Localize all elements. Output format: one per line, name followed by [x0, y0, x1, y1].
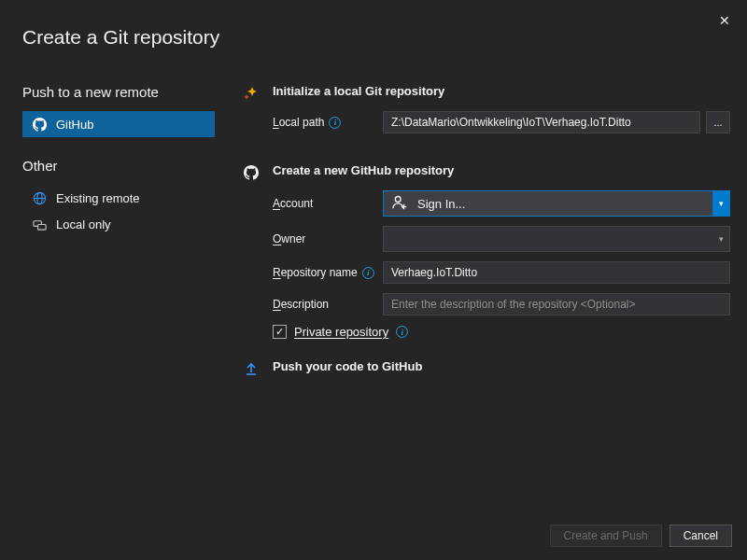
svg-rect-4: [37, 224, 45, 230]
browse-button[interactable]: ...: [706, 111, 730, 133]
section-push: Push your code to GitHub: [243, 359, 730, 386]
signin-label: Sign In...: [417, 197, 465, 211]
info-icon[interactable]: i: [329, 117, 341, 129]
create-and-push-button: Create and Push: [550, 525, 662, 547]
section-title-initialize: Initialize a local Git repository: [273, 84, 730, 98]
sidebar-item-github[interactable]: GitHub: [22, 111, 215, 137]
section-initialize: Initialize a local Git repository Local …: [243, 84, 730, 143]
sidebar-item-existing-remote[interactable]: Existing remote: [22, 185, 215, 211]
sidebar-item-label: GitHub: [56, 118, 93, 132]
main-content: Push to a new remote GitHub Other Existi…: [0, 49, 747, 407]
owner-dropdown[interactable]: ▾: [383, 226, 730, 252]
close-button[interactable]: ✕: [719, 13, 730, 28]
owner-label: Owner: [273, 232, 383, 245]
svg-point-5: [395, 196, 401, 202]
account-label: Account: [273, 197, 383, 210]
repo-name-input[interactable]: [383, 261, 730, 284]
footer-buttons: Create and Push Cancel: [550, 525, 732, 547]
repo-name-label: Repository name i: [273, 266, 383, 279]
cancel-button[interactable]: Cancel: [669, 525, 732, 547]
dialog-title: Create a Git repository: [0, 0, 747, 49]
sidebar-item-label: Local only: [56, 217, 111, 231]
account-dropdown[interactable]: Sign In... ▾: [383, 190, 730, 217]
github-icon: [32, 117, 47, 132]
section-title-github: Create a new GitHub repository: [273, 163, 730, 177]
person-add-icon: [391, 194, 408, 214]
sidebar: Push to a new remote GitHub Other Existi…: [22, 84, 215, 407]
upload-icon: [243, 360, 260, 377]
chevron-down-icon: ▾: [712, 191, 729, 216]
section-github: Create a new GitHub repository Account S…: [243, 163, 730, 339]
sparkle-icon: [243, 85, 260, 102]
sidebar-item-local-only[interactable]: Local only: [22, 211, 215, 237]
sidebar-item-label: Existing remote: [56, 191, 140, 205]
private-label: Private repository: [294, 325, 388, 339]
local-path-input[interactable]: [383, 111, 700, 133]
info-icon[interactable]: i: [362, 267, 374, 279]
globe-icon: [32, 190, 47, 205]
description-input[interactable]: [383, 293, 730, 315]
private-checkbox[interactable]: ✓: [273, 325, 287, 339]
content-pane: Initialize a local Git repository Local …: [215, 84, 730, 407]
section-title-push: Push your code to GitHub: [273, 359, 730, 373]
chevron-down-icon: ▾: [712, 227, 729, 251]
description-label: Description: [273, 298, 383, 311]
info-icon[interactable]: i: [396, 326, 408, 338]
sidebar-heading-other: Other: [22, 158, 215, 174]
local-icon: [32, 217, 47, 231]
github-icon: [243, 164, 260, 181]
sidebar-heading-push: Push to a new remote: [22, 84, 215, 100]
local-path-label: Local path i: [273, 116, 383, 129]
